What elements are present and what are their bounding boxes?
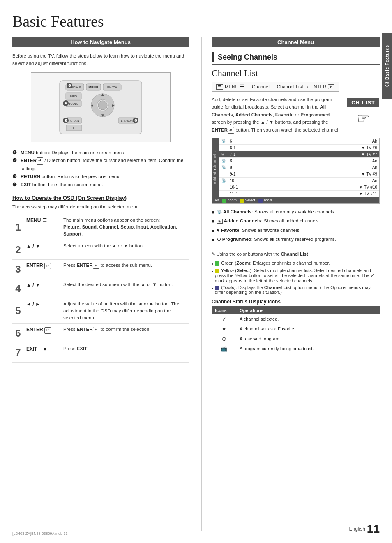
status-row-clock: ⊙ A reserved program. [212, 334, 380, 344]
note-title: ✎ Using the color buttons with the Chann… [212, 251, 380, 258]
ch-list-badge: CH LIST [347, 98, 379, 107]
footer-left: [LD403-ZA]BN68-03809A.indb 11 [12, 531, 68, 536]
status-row-tv: 📺 A program currently being broadcast. [212, 344, 380, 354]
bullet-programmed: ■ ⊙ Programmed: Shows all currently rese… [212, 236, 380, 244]
ch-name: Air [244, 165, 377, 170]
ch-row-10-1: 10-1 ▼ TV #10 [219, 184, 379, 191]
osd-table: 1 MENU ☰ The main menu options appear on… [12, 215, 189, 363]
ch-num: 9 [230, 165, 242, 170]
ch-list-area: Add, delete or set Favorite channels and… [212, 96, 380, 134]
ch-name: ▼ TV #11 [244, 192, 377, 196]
green-text: Green (Zoom): Enlarges or shrinks a chan… [215, 261, 330, 266]
note-section: ✎ Using the color buttons with the Chann… [212, 247, 380, 295]
svg-point-18 [98, 101, 107, 110]
footer-zoom: Zoom [222, 198, 237, 203]
page-number-area: English 11 [349, 522, 380, 536]
ch-num: 10-1 [230, 185, 242, 189]
check-desc: A channel selected. [236, 314, 380, 324]
seeing-channels-bar [212, 52, 214, 62]
check-icon-cell: ✓ [212, 314, 236, 324]
ch-num: 8 [230, 159, 242, 163]
ch-description: Add, delete or set Favorite channels and… [212, 96, 342, 134]
osd-step-5: 5 ◄ / ► Adjust the value of an item with… [12, 298, 189, 324]
svg-text:EXIT: EXIT [71, 127, 77, 129]
programmed-icon: ■ [212, 236, 214, 244]
ch-icon: 📡 [221, 165, 227, 169]
remote-diagram: MEDIA.P MENU ☰ FAV.CH INFO TOOLS [31, 72, 171, 142]
ch-row-6-1: 6-1 ▼ TV #6 [219, 145, 379, 151]
page-language: English [349, 526, 365, 532]
hand-cursor-icon: ☞ [357, 110, 370, 127]
page-title: Basic Features [12, 12, 380, 30]
clock-icon-cell: ⊙ [212, 334, 236, 344]
blue-dot: • [212, 286, 213, 295]
channel-screen: Added Channels 📡 6 Air 6-1 ▼ TV #6 [212, 138, 380, 204]
tv-desc: A program currently being broadcast. [236, 344, 380, 354]
ch-num: 6 [230, 139, 242, 143]
channel-list-title: Channel List [212, 68, 380, 79]
status-title: Channel Status Display Icons [212, 299, 380, 305]
status-row-heart: ♥ A channel set as a Favorite. [212, 324, 380, 334]
status-table: Icons Operations ✓ A channel selected. ♥… [212, 306, 380, 354]
ch-row-6: 📡 6 Air [219, 138, 379, 145]
note-bullet-green: • Green (Zoom): Enlarges or shrinks a ch… [212, 261, 380, 266]
ch-row-9: 📡 9 Air [219, 164, 379, 171]
svg-text:INFO: INFO [70, 95, 77, 98]
blue-text: (Tools): Displays the Channel List optio… [215, 285, 380, 295]
favorite-text: ♥ Favorite: Shows all favorite channels. [217, 226, 301, 234]
status-col-icons: Icons [212, 306, 236, 314]
footer-air: Air [214, 198, 219, 203]
ch-screen-sidebar-container: Added Channels 📡 6 Air 6-1 ▼ TV #6 [212, 138, 379, 197]
ch-num: 9-1 [230, 172, 242, 176]
osd-step-7: 7 EXIT →■ Press EXIT. [12, 343, 189, 363]
ch-name: ▼ TV #6 [244, 146, 377, 150]
footer-tools: Tools [258, 198, 272, 203]
ch-row-8: 📡 8 Air [219, 158, 379, 164]
all-channels-text: 📡 All Channels: Shows all currently avai… [217, 208, 336, 215]
bullet-all-channels: ■ 📡 All Channels: Shows all currently av… [212, 208, 380, 216]
menu-path-text: MENU ☰ → Channel → Channel List → ENTER [225, 84, 326, 90]
ch-num: 6-1 [230, 146, 242, 150]
ch-num: 11-1 [230, 192, 242, 196]
yellow-dot: • [212, 269, 213, 283]
ch-row-7-1: ⊞ 7-1 ▼ TV #7 [219, 151, 379, 158]
osd-step-6: 6 ENTER ↵ Press ENTER↵ to confirm the se… [12, 324, 189, 343]
left-section-header: How to Navigate Menus [12, 37, 189, 47]
svg-text:RETURN: RETURN [69, 120, 79, 122]
ch-row-11-1: 11-1 ▼ TV #11 [219, 191, 379, 197]
ch-name: Air [244, 159, 377, 163]
ch-screen-rows: 📡 6 Air 6-1 ▼ TV #6 ⊞ 7-1 ▼ TV #7 [219, 138, 379, 197]
ch-icon: 📡 [221, 139, 227, 143]
osd-title: How to Operate the OSD (On Screen Displa… [12, 195, 189, 201]
ch-screen-footer: Air Zoom Select Tools [212, 197, 379, 203]
all-channels-icon: ■ [212, 209, 214, 216]
ch-name: Air [244, 139, 377, 143]
legend-item-2: ❷ ENTER↵ / Direction button: Move the cu… [12, 157, 189, 173]
osd-step-2: 2 ▲ / ▼ Select an icon with the ▲ or ▼ b… [12, 240, 189, 259]
ch-name: ▼ TV #9 [244, 172, 377, 176]
ch-row-10: 📡 10 Air [219, 178, 379, 184]
svg-text:▼: ▼ [101, 113, 105, 118]
clock-desc: A reserved program. [236, 334, 380, 344]
ch-num: 10 [230, 178, 242, 183]
added-channels-icon: ■ [212, 218, 214, 225]
legend-item-3: ❸ RETURN button: Returns to the previous… [12, 173, 189, 181]
seeing-channels-container: Seeing Channels [212, 52, 380, 65]
menu-path: ☰ MENU ☰ → Channel → Channel List → ENTE… [212, 82, 339, 92]
added-channels-text: ⊞ Added Channels: Shows all added channe… [217, 217, 320, 224]
osd-step-4: 4 ▲ / ▼ Select the desired submenu with … [12, 279, 189, 298]
yellow-text: Yellow (Select): Selects multiple channe… [215, 268, 380, 283]
right-section-header: Channel Menu [212, 37, 380, 47]
bullet-favorite: ■ ♥ Favorite: Shows all favorite channel… [212, 226, 380, 235]
osd-intro: The access step may differ depending on … [12, 203, 189, 210]
svg-text:❷: ❷ [65, 102, 67, 105]
ch-list-image: CH LIST ☞ [347, 96, 380, 134]
menu-icon: ☰ [216, 84, 223, 90]
svg-text:❶: ❶ [68, 84, 71, 88]
ch-row-9-1: 9-1 ▼ TV #9 [219, 171, 379, 178]
seeing-channels-title: Seeing Channels [218, 53, 277, 62]
osd-step-3: 3 ENTER ↵ Press ENTER↵ to access the sub… [12, 259, 189, 279]
svg-text:TOOLS: TOOLS [69, 102, 78, 105]
programmed-text: ⊙ Programmed: Shows all currently reserv… [217, 236, 336, 243]
legend-item-4: ❹ EXIT button: Exits the on-screen menu. [12, 181, 189, 189]
